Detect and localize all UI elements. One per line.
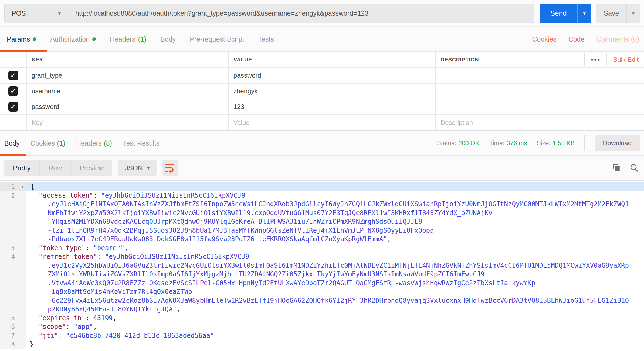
code-line[interactable]: -YHqisM2MIYDXn68vdczKACLcq0UJrpMXtQdhwOj…	[0, 217, 644, 226]
token-key: "expires_in"	[39, 314, 85, 322]
code-line[interactable]: 8}	[0, 340, 644, 349]
format-label: JSON	[125, 164, 143, 172]
tab-prerequest-script[interactable]: Pre-request Script	[183, 27, 251, 51]
format-dropdown[interactable]: JSON ▾	[118, 160, 157, 176]
param-key-cell[interactable]: grant_type	[26, 68, 228, 83]
token-str: -6c229Fvx4iLx56utzw2cRoz8bSI7AqWOXJaW8yb…	[48, 297, 629, 304]
code-line[interactable]: 3"token_type": "bearer",	[0, 244, 644, 253]
bulk-edit-link[interactable]: Bulk Edit	[613, 56, 639, 63]
postman-app: POST ▾ Send ▾ Save ▾ Params Authorizatio…	[0, 0, 644, 351]
url-input[interactable]	[68, 4, 534, 23]
tab-tests[interactable]: Tests	[251, 27, 281, 51]
token-str: -iq8x8aMt9oMis4nKoViTzm7Rl4qOx0eaZTWp	[48, 288, 192, 295]
param-key-cell[interactable]: username	[26, 84, 228, 99]
checkbox-checked-icon[interactable]: ✓	[8, 71, 18, 80]
param-description-input[interactable]: Description	[435, 115, 644, 130]
params-status-dot	[33, 37, 36, 41]
url-group: POST ▾	[4, 4, 534, 23]
token-pln: ,	[124, 244, 128, 252]
code-line[interactable]: 1▾{	[0, 182, 644, 191]
param-key-cell[interactable]: password	[26, 99, 228, 114]
param-description-cell[interactable]	[435, 84, 644, 99]
code-text: ZXMiOlsiYWRkIiwiZGVsZXRlIl0sImp0aSI6IjYx…	[26, 270, 644, 279]
code-link[interactable]: Code	[568, 35, 585, 43]
code-line[interactable]: -iq8x8aMt9oMis4nKoViTzm7Rl4qOx0eaZTWp	[0, 287, 644, 296]
code-line[interactable]: 5"expires_in": 43199,	[0, 314, 644, 323]
divider	[584, 53, 585, 66]
code-line[interactable]: NmFhIiwiY2xpZW50X2lkIjoiYXBwIiwic2NvcGUi…	[0, 209, 644, 218]
tab-label: Test Results	[123, 139, 160, 147]
line-number-gutter: 6	[0, 322, 26, 331]
response-tab-cookies[interactable]: Cookies (1)	[25, 131, 71, 155]
code-line[interactable]: -tzi_1tinQR9rH47x0qk2BPqjJSSuos382J8n8bU…	[0, 226, 644, 235]
code-line[interactable]: 7"jti": "c546bc8b-7420-412d-b13c-1863ade…	[0, 331, 644, 340]
tab-body[interactable]: Body	[153, 27, 183, 51]
response-body-editor[interactable]: 1▾{2"access_token": "eyJhbGciOiJSUzI1NiI…	[0, 180, 644, 351]
tab-label: Headers	[76, 139, 102, 147]
send-button[interactable]: Send ▾	[540, 4, 591, 23]
response-tab-body[interactable]: Body	[4, 131, 25, 155]
search-icon[interactable]	[630, 164, 639, 172]
tab-label: Body	[160, 35, 176, 43]
tab-headers[interactable]: Headers (1)	[103, 27, 153, 51]
checkbox-checked-icon[interactable]: ✓	[8, 86, 18, 96]
send-label[interactable]: Send	[540, 4, 577, 23]
column-header-description-cell: DESCRIPTION ••• Bulk Edit	[435, 52, 644, 67]
download-button[interactable]: Download	[595, 135, 640, 151]
code-line[interactable]: .eyJ1c2VyX25hbWUiOiJ6aGVuZ3lrIiwic2NvcGU…	[0, 261, 644, 270]
fold-caret-icon[interactable]: ▾	[21, 182, 24, 191]
save-label[interactable]: Save	[596, 4, 626, 23]
response-tab-test-results[interactable]: Test Results	[117, 131, 165, 155]
comments-link[interactable]: Comments (0)	[596, 35, 639, 43]
code-line[interactable]: -Pdbaos7Xli7eC4DERuaUwKwO83_DqkSGF8w1I15…	[0, 235, 644, 244]
code-line[interactable]: 4"refresh_token": "eyJhbGciOiJSUzI1NiIsI…	[0, 252, 644, 261]
method-dropdown[interactable]: POST ▾	[5, 4, 68, 23]
code-line[interactable]: .eyJleHAiOjE1NTAxOTA0NTAsInVzZXJfbmFtZSI…	[0, 200, 644, 209]
preview-tab[interactable]: Preview	[70, 160, 112, 176]
viewer-icons	[612, 163, 639, 173]
tab-label: Pre-request Script	[190, 35, 244, 43]
code-text: NmFhIiwiY2xpZW50X2lkIjoiYXBwIiwic2NvcGUi…	[26, 209, 644, 218]
tab-authorization[interactable]: Authorization	[43, 27, 103, 51]
param-value-cell[interactable]: zhengyk	[228, 84, 435, 99]
token-str: "eyJhbGciOiJSUzI1NiIsInR5cCI6IkpXVCJ9	[101, 192, 245, 199]
param-row: ✓ password 123	[0, 99, 644, 115]
pretty-tab[interactable]: Pretty	[4, 160, 39, 176]
request-tabs: Params Authorization Headers (1) Body Pr…	[0, 27, 644, 52]
cookies-link[interactable]: Cookies	[532, 35, 557, 43]
save-button[interactable]: Save ▾	[596, 4, 640, 23]
param-row-placeholder: Key Value Description	[0, 115, 644, 130]
code-line[interactable]: 6"scope": "app",	[0, 322, 644, 331]
wrap-text-button[interactable]	[162, 160, 178, 176]
divider	[584, 135, 585, 151]
response-tab-headers[interactable]: Headers (8)	[71, 131, 117, 155]
line-number: 8	[11, 341, 15, 348]
checkbox-checked-icon[interactable]: ✓	[8, 102, 18, 112]
send-options-button[interactable]: ▾	[577, 4, 591, 23]
token-pln: :	[93, 192, 101, 199]
tab-params[interactable]: Params	[0, 27, 43, 51]
line-number: 2	[11, 192, 15, 199]
copy-icon[interactable]	[612, 163, 621, 173]
status-label: Status:	[437, 140, 456, 147]
more-options-icon[interactable]: •••	[591, 56, 601, 64]
code-line[interactable]: 2"access_token": "eyJhbGciOiJSUzI1NiIsIn…	[0, 191, 644, 200]
code-line[interactable]: ZXMiOlsiYWRkIiwiZGVsZXRlIl0sImp0aSI6IjYx…	[0, 270, 644, 279]
code-line[interactable]: p2KRNyB6YQ45MEa-I_8OYNQTYktIgJQA",	[0, 305, 644, 314]
param-value-cell[interactable]: 123	[228, 99, 435, 114]
save-options-button[interactable]: ▾	[626, 4, 640, 23]
method-label: POST	[12, 9, 30, 17]
token-str: -YHqisM2MIYDXn68vdczKACLcq0UJrpMXtQdhwOj…	[48, 218, 422, 225]
param-row: ✓ username zhengyk	[0, 84, 644, 99]
authorization-status-dot	[92, 37, 96, 41]
param-description-cell[interactable]	[435, 99, 644, 114]
param-key-input[interactable]: Key	[26, 115, 228, 130]
param-description-cell[interactable]	[435, 68, 644, 83]
param-value-cell[interactable]: password	[228, 68, 435, 83]
param-value-input[interactable]: Value	[228, 115, 435, 130]
line-number: 1	[11, 183, 15, 190]
code-line[interactable]: .VtvwA4iAqWc3sQ07u2R8FZZz_OKdsozEvScSILP…	[0, 279, 644, 288]
raw-tab[interactable]: Raw	[39, 160, 70, 176]
token-pln: {	[30, 183, 34, 190]
code-line[interactable]: -6c229Fvx4iLx56utzw2cRoz8bSI7AqWOXJaW8yb…	[0, 296, 644, 305]
